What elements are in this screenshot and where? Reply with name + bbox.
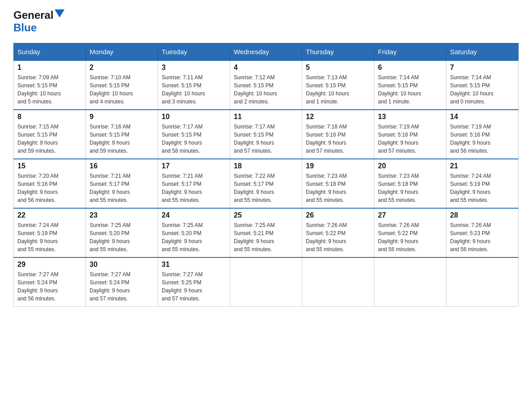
- day-info-6: Sunrise: 7:14 AMSunset: 5:15 PMDaylight:…: [378, 73, 442, 106]
- day-number-14: 14: [450, 113, 515, 121]
- day-number-4: 4: [234, 64, 298, 72]
- day-info-9: Sunrise: 7:16 AMSunset: 5:15 PMDaylight:…: [90, 123, 154, 155]
- day-number-27: 27: [378, 211, 442, 219]
- logo: General Blue: [13, 9, 64, 34]
- day-number-25: 25: [234, 211, 298, 219]
- day-cell-13: 13 Sunrise: 7:19 AMSunset: 5:16 PMDaylig…: [374, 110, 446, 159]
- day-number-11: 11: [234, 113, 298, 121]
- week-row-1: 1 Sunrise: 7:09 AMSunset: 5:15 PMDayligh…: [14, 60, 519, 110]
- day-cell-3: 3 Sunrise: 7:11 AMSunset: 5:15 PMDayligh…: [158, 60, 230, 110]
- day-number-20: 20: [378, 162, 442, 170]
- day-number-22: 22: [17, 211, 82, 219]
- day-number-12: 12: [306, 113, 370, 121]
- day-number-21: 21: [450, 162, 515, 170]
- week-row-4: 22 Sunrise: 7:24 AMSunset: 5:19 PMDaylig…: [14, 208, 519, 257]
- header-monday: Monday: [86, 43, 158, 61]
- day-info-8: Sunrise: 7:15 AMSunset: 5:15 PMDaylight:…: [17, 123, 82, 155]
- day-number-3: 3: [162, 64, 226, 72]
- day-number-8: 8: [17, 113, 82, 121]
- day-cell-14: 14 Sunrise: 7:19 AMSunset: 5:16 PMDaylig…: [446, 110, 519, 159]
- logo-general: General: [13, 9, 53, 21]
- day-number-13: 13: [378, 113, 442, 121]
- day-cell-18: 18 Sunrise: 7:22 AMSunset: 5:17 PMDaylig…: [230, 159, 302, 208]
- logo-blue: Blue: [13, 21, 37, 34]
- day-info-27: Sunrise: 7:26 AMSunset: 5:22 PMDaylight:…: [378, 221, 442, 253]
- day-number-23: 23: [90, 211, 154, 219]
- calendar-table: SundayMondayTuesdayWednesdayThursdayFrid…: [13, 43, 519, 307]
- day-info-2: Sunrise: 7:10 AMSunset: 5:15 PMDaylight:…: [90, 73, 154, 106]
- day-cell-19: 19 Sunrise: 7:23 AMSunset: 5:18 PMDaylig…: [302, 159, 374, 208]
- day-cell-7: 7 Sunrise: 7:14 AMSunset: 5:15 PMDayligh…: [446, 60, 519, 110]
- day-cell-4: 4 Sunrise: 7:12 AMSunset: 5:15 PMDayligh…: [230, 60, 302, 110]
- day-cell-27: 27 Sunrise: 7:26 AMSunset: 5:22 PMDaylig…: [374, 208, 446, 257]
- day-number-19: 19: [306, 162, 370, 170]
- empty-cell-4-3: [230, 257, 302, 307]
- day-info-18: Sunrise: 7:22 AMSunset: 5:17 PMDaylight:…: [234, 172, 298, 204]
- week-row-5: 29 Sunrise: 7:27 AMSunset: 5:24 PMDaylig…: [14, 257, 519, 307]
- empty-cell-4-4: [302, 257, 374, 307]
- day-cell-23: 23 Sunrise: 7:25 AMSunset: 5:20 PMDaylig…: [86, 208, 158, 257]
- day-cell-8: 8 Sunrise: 7:15 AMSunset: 5:15 PMDayligh…: [14, 110, 86, 159]
- day-cell-1: 1 Sunrise: 7:09 AMSunset: 5:15 PMDayligh…: [14, 60, 86, 110]
- week-row-3: 15 Sunrise: 7:20 AMSunset: 5:16 PMDaylig…: [14, 159, 519, 208]
- day-info-4: Sunrise: 7:12 AMSunset: 5:15 PMDaylight:…: [234, 73, 298, 106]
- page-header: General Blue: [13, 9, 519, 34]
- day-number-28: 28: [450, 211, 515, 219]
- day-cell-22: 22 Sunrise: 7:24 AMSunset: 5:19 PMDaylig…: [14, 208, 86, 257]
- day-number-5: 5: [306, 64, 370, 72]
- day-cell-21: 21 Sunrise: 7:24 AMSunset: 5:19 PMDaylig…: [446, 159, 519, 208]
- day-cell-17: 17 Sunrise: 7:21 AMSunset: 5:17 PMDaylig…: [158, 159, 230, 208]
- day-number-15: 15: [17, 162, 82, 170]
- header-friday: Friday: [374, 43, 446, 61]
- day-cell-10: 10 Sunrise: 7:17 AMSunset: 5:15 PMDaylig…: [158, 110, 230, 159]
- day-number-18: 18: [234, 162, 298, 170]
- day-cell-25: 25 Sunrise: 7:25 AMSunset: 5:21 PMDaylig…: [230, 208, 302, 257]
- day-info-21: Sunrise: 7:24 AMSunset: 5:19 PMDaylight:…: [450, 172, 515, 204]
- day-number-16: 16: [90, 162, 154, 170]
- day-number-9: 9: [90, 113, 154, 121]
- day-cell-26: 26 Sunrise: 7:26 AMSunset: 5:22 PMDaylig…: [302, 208, 374, 257]
- day-number-24: 24: [162, 211, 226, 219]
- day-info-12: Sunrise: 7:18 AMSunset: 5:16 PMDaylight:…: [306, 123, 370, 155]
- calendar-header-row: SundayMondayTuesdayWednesdayThursdayFrid…: [14, 43, 519, 61]
- day-number-31: 31: [162, 261, 226, 269]
- day-number-1: 1: [17, 64, 82, 72]
- day-info-17: Sunrise: 7:21 AMSunset: 5:17 PMDaylight:…: [162, 172, 226, 204]
- day-info-20: Sunrise: 7:23 AMSunset: 5:18 PMDaylight:…: [378, 172, 442, 204]
- day-cell-11: 11 Sunrise: 7:17 AMSunset: 5:15 PMDaylig…: [230, 110, 302, 159]
- day-cell-29: 29 Sunrise: 7:27 AMSunset: 5:24 PMDaylig…: [14, 257, 86, 307]
- day-cell-30: 30 Sunrise: 7:27 AMSunset: 5:24 PMDaylig…: [86, 257, 158, 307]
- day-cell-9: 9 Sunrise: 7:16 AMSunset: 5:15 PMDayligh…: [86, 110, 158, 159]
- day-info-13: Sunrise: 7:19 AMSunset: 5:16 PMDaylight:…: [378, 123, 442, 155]
- day-info-10: Sunrise: 7:17 AMSunset: 5:15 PMDaylight:…: [162, 123, 226, 155]
- day-number-26: 26: [306, 211, 370, 219]
- week-row-2: 8 Sunrise: 7:15 AMSunset: 5:15 PMDayligh…: [14, 110, 519, 159]
- day-cell-20: 20 Sunrise: 7:23 AMSunset: 5:18 PMDaylig…: [374, 159, 446, 208]
- day-info-16: Sunrise: 7:21 AMSunset: 5:17 PMDaylight:…: [90, 172, 154, 204]
- day-number-2: 2: [90, 64, 154, 72]
- day-cell-5: 5 Sunrise: 7:13 AMSunset: 5:15 PMDayligh…: [302, 60, 374, 110]
- day-number-6: 6: [378, 64, 442, 72]
- day-cell-24: 24 Sunrise: 7:25 AMSunset: 5:20 PMDaylig…: [158, 208, 230, 257]
- day-info-22: Sunrise: 7:24 AMSunset: 5:19 PMDaylight:…: [17, 221, 82, 253]
- day-info-19: Sunrise: 7:23 AMSunset: 5:18 PMDaylight:…: [306, 172, 370, 204]
- svg-marker-0: [55, 9, 64, 17]
- day-info-5: Sunrise: 7:13 AMSunset: 5:15 PMDaylight:…: [306, 73, 370, 106]
- header-sunday: Sunday: [14, 43, 86, 61]
- day-info-11: Sunrise: 7:17 AMSunset: 5:15 PMDaylight:…: [234, 123, 298, 155]
- day-cell-6: 6 Sunrise: 7:14 AMSunset: 5:15 PMDayligh…: [374, 60, 446, 110]
- day-cell-2: 2 Sunrise: 7:10 AMSunset: 5:15 PMDayligh…: [86, 60, 158, 110]
- day-info-7: Sunrise: 7:14 AMSunset: 5:15 PMDaylight:…: [450, 73, 515, 106]
- day-cell-31: 31 Sunrise: 7:27 AMSunset: 5:25 PMDaylig…: [158, 257, 230, 307]
- day-info-14: Sunrise: 7:19 AMSunset: 5:16 PMDaylight:…: [450, 123, 515, 155]
- header-tuesday: Tuesday: [158, 43, 230, 61]
- day-info-29: Sunrise: 7:27 AMSunset: 5:24 PMDaylight:…: [17, 270, 82, 303]
- logo-arrow-icon: [55, 9, 64, 19]
- day-info-15: Sunrise: 7:20 AMSunset: 5:16 PMDaylight:…: [17, 172, 82, 204]
- empty-cell-4-6: [446, 257, 519, 307]
- day-cell-16: 16 Sunrise: 7:21 AMSunset: 5:17 PMDaylig…: [86, 159, 158, 208]
- day-cell-28: 28 Sunrise: 7:26 AMSunset: 5:23 PMDaylig…: [446, 208, 519, 257]
- day-number-29: 29: [17, 261, 82, 269]
- day-info-30: Sunrise: 7:27 AMSunset: 5:24 PMDaylight:…: [90, 270, 154, 303]
- day-info-24: Sunrise: 7:25 AMSunset: 5:20 PMDaylight:…: [162, 221, 226, 253]
